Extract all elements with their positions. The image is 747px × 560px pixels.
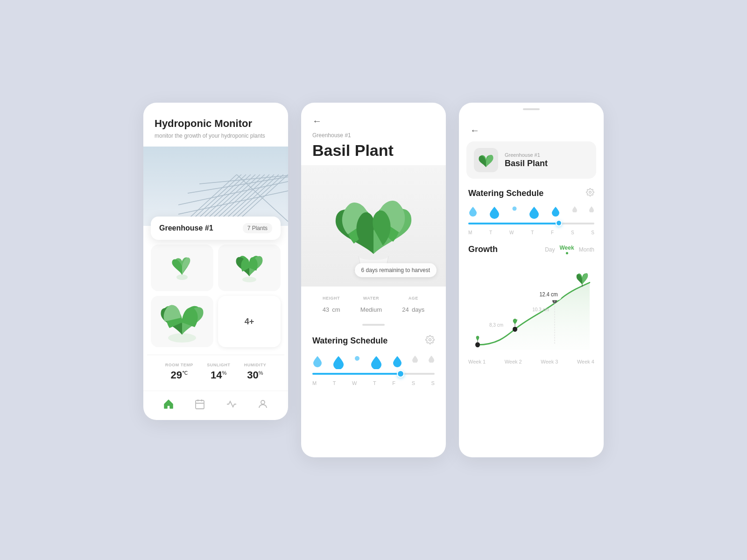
watering-slider-compact[interactable]	[468, 223, 594, 224]
humidity-stat: HUMIDITY 30%	[244, 363, 267, 381]
svg-text:10.3 cm: 10.3 cm	[532, 306, 549, 312]
tab-month[interactable]: Month	[579, 246, 594, 253]
water-day-tue	[332, 355, 345, 369]
watering-compact-title: Watering Schedule	[468, 189, 543, 198]
day-labels-compact: M T W T F S S	[468, 230, 594, 235]
app-subtitle: monitor the growth of your hydroponic pl…	[155, 133, 277, 139]
water-stat: WATER Medium	[360, 296, 382, 315]
water-day-thu	[370, 355, 382, 369]
wday-tue	[489, 206, 500, 219]
plants-count-badge: 7 Plants	[243, 223, 272, 233]
wday-wed	[512, 206, 517, 219]
water-day-mon	[312, 355, 323, 369]
screen3-header: ←	[459, 112, 604, 141]
screen2-plant-detail: ← Greenhouse #1 Basil Plant 6	[301, 103, 446, 457]
chart-week-labels: Week 1 Week 2 Week 3 Week 4	[468, 355, 594, 364]
plant-stats-row: HEIGHT 43 cm WATER Medium AGE 24 days	[301, 287, 446, 324]
plant-summary-info: Greenhouse #1 Basil Plant	[505, 152, 589, 168]
plant-summary-name: Basil Plant	[505, 159, 589, 168]
wday-fri	[551, 206, 560, 219]
water-day-fri	[392, 355, 402, 369]
screen3-growth-detail: ← Greenhouse #1 Basil Plant Watering Sch…	[459, 103, 604, 457]
day-labels-row: M T W T F S S	[312, 380, 435, 386]
room-temp-value: 29℃	[165, 369, 193, 381]
water-drop-row	[312, 355, 435, 369]
plant-hero-image: 6 days remaining to harvest	[301, 165, 446, 287]
svg-point-31	[512, 207, 516, 211]
svg-text:8,3 cm: 8,3 cm	[489, 322, 503, 328]
svg-point-28	[429, 339, 431, 341]
tab-day[interactable]: Day	[545, 246, 555, 253]
nav-home-icon[interactable]	[162, 398, 175, 411]
svg-text:12.4 cm: 12.4 cm	[539, 291, 557, 298]
svg-rect-21	[196, 400, 204, 409]
nav-profile-icon[interactable]	[256, 398, 269, 411]
stats-row: ROOM TEMP 29℃ SUNLIGHT 14% HUMIDITY 30%	[147, 355, 284, 391]
growth-header: Growth Day Week Month	[468, 245, 594, 254]
app-title: Hydroponic Monitor	[155, 118, 277, 130]
svg-point-18	[176, 274, 188, 280]
svg-point-29	[355, 356, 359, 361]
greenhouse-hero-image	[143, 147, 288, 226]
settings-gear-icon-3[interactable]	[586, 188, 594, 198]
humidity-value: 30%	[244, 369, 267, 381]
screen1-header: Hydroponic Monitor monitor the growth of…	[143, 103, 288, 147]
watering-compact-header: Watering Schedule	[468, 188, 594, 198]
wday-thu	[529, 206, 540, 219]
screen1-home: Hydroponic Monitor monitor the growth of…	[143, 103, 288, 420]
watering-slider[interactable]	[312, 373, 435, 375]
watering-header: Watering Schedule	[312, 335, 435, 347]
nav-calendar-icon[interactable]	[193, 398, 206, 411]
age-stat: AGE 24 days	[402, 296, 424, 315]
plant-item-3[interactable]	[151, 296, 213, 347]
svg-point-32	[475, 342, 480, 347]
growth-tabs: Day Week Month	[545, 245, 594, 254]
back-button-3[interactable]: ←	[470, 125, 479, 136]
sunlight-value: 14%	[207, 369, 230, 381]
screen2-header: ←	[301, 103, 446, 132]
wday-mon	[468, 206, 478, 219]
section-divider	[362, 324, 385, 326]
settings-gear-icon[interactable]	[425, 335, 435, 347]
sunlight-stat: SUNLIGHT 14%	[207, 363, 230, 381]
plant-item-1[interactable]	[151, 245, 213, 291]
nav-chart-icon[interactable]	[225, 398, 238, 411]
plant-thumbnail	[474, 148, 498, 172]
growth-title: Growth	[468, 245, 498, 254]
water-day-sun	[428, 355, 435, 369]
screens-container: Hydroponic Monitor monitor the growth of…	[47, 103, 700, 457]
svg-point-33	[513, 327, 517, 332]
growth-chart: 12.4 cm 8,3 cm 10.3 cm	[468, 262, 594, 355]
svg-point-19	[242, 277, 256, 282]
watering-compact-section: Watering Schedule	[459, 188, 604, 245]
breadcrumb-text: Greenhouse #1	[301, 132, 446, 141]
water-day-sat	[412, 355, 418, 369]
tab-week[interactable]: Week	[560, 245, 574, 251]
wday-sat	[572, 206, 578, 219]
plant-summary-card: Greenhouse #1 Basil Plant	[466, 141, 596, 179]
wday-sun	[589, 206, 594, 219]
growth-section: Growth Day Week Month	[459, 245, 604, 364]
watering-days-compact	[468, 206, 594, 219]
back-button[interactable]: ←	[312, 116, 322, 126]
svg-point-25	[261, 400, 265, 404]
more-plants-badge[interactable]: 4+	[218, 296, 281, 347]
harvest-badge: 6 days remaining to harvest	[355, 263, 437, 277]
drag-handle	[459, 103, 604, 112]
watering-title: Watering Schedule	[312, 336, 388, 346]
bottom-nav	[143, 391, 288, 420]
plant-greenhouse-label: Greenhouse #1	[505, 152, 589, 158]
water-day-wed	[354, 355, 360, 369]
plants-grid: 4+	[143, 245, 288, 355]
watering-section: Watering Schedule	[301, 335, 446, 399]
plant-item-2[interactable]	[218, 245, 281, 291]
svg-point-30	[589, 191, 592, 194]
room-temp-stat: ROOM TEMP 29℃	[165, 363, 193, 381]
plant-name-title: Basil Plant	[301, 141, 446, 165]
greenhouse-card[interactable]: Greenhouse #1 7 Plants	[151, 217, 281, 240]
greenhouse-name: Greenhouse #1	[159, 224, 213, 232]
height-stat: HEIGHT 43 cm	[323, 296, 340, 315]
